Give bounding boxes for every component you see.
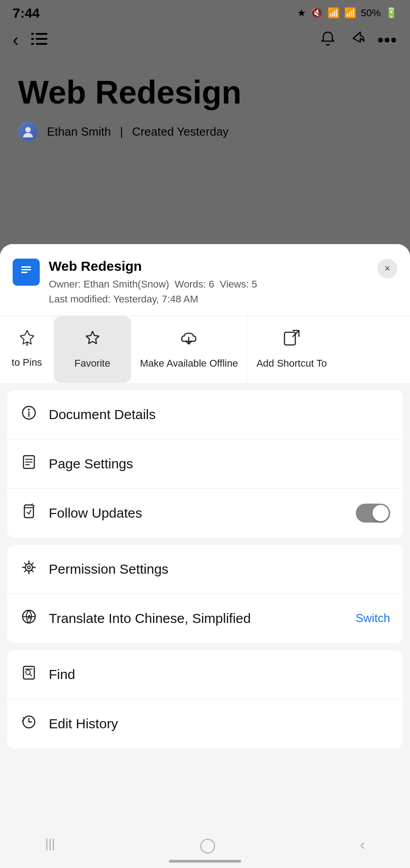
meta-divider: | bbox=[120, 125, 123, 139]
menu-follow-updates[interactable]: Follow Updates bbox=[7, 489, 403, 538]
find-label: Find bbox=[49, 667, 390, 682]
action-shortcut[interactable]: Add Shortcut To bbox=[247, 316, 336, 383]
action-favorite[interactable]: Favorite bbox=[54, 316, 131, 383]
svg-line-39 bbox=[30, 674, 32, 676]
permission-settings-icon bbox=[20, 559, 38, 579]
svg-rect-0 bbox=[36, 33, 47, 35]
recent-apps-button[interactable]: ||| bbox=[45, 836, 55, 854]
svg-rect-13 bbox=[284, 332, 295, 345]
svg-point-17 bbox=[28, 409, 30, 410]
bell-icon[interactable] bbox=[320, 30, 336, 50]
action-pins[interactable]: to Pins bbox=[0, 316, 54, 383]
svg-text:A: A bbox=[27, 613, 32, 621]
favorite-label: Favorite bbox=[75, 357, 110, 370]
signal-icon: 📶 bbox=[344, 7, 356, 19]
avatar bbox=[18, 122, 38, 142]
meta-author: Ethan Smith bbox=[47, 125, 111, 139]
offline-icon bbox=[180, 329, 198, 351]
doc-icon bbox=[19, 262, 34, 283]
svg-line-31 bbox=[32, 570, 33, 572]
shortcut-label: Add Shortcut To bbox=[256, 357, 327, 370]
menu-edit-history[interactable]: Edit History bbox=[7, 699, 403, 748]
menu-section-2: Permission Settings A Translate Into Chi… bbox=[7, 545, 403, 643]
svg-rect-2 bbox=[36, 43, 47, 45]
svg-point-25 bbox=[28, 566, 30, 569]
meta-created: Created Yesterday bbox=[132, 125, 228, 139]
shortcut-icon bbox=[283, 329, 301, 351]
svg-line-33 bbox=[24, 570, 26, 572]
svg-rect-22 bbox=[24, 505, 33, 518]
svg-rect-4 bbox=[31, 38, 34, 40]
toggle-knob bbox=[373, 505, 389, 521]
home-bar bbox=[169, 860, 241, 863]
battery-icon: 🔋 bbox=[385, 7, 397, 19]
status-time: 7:44 bbox=[13, 5, 40, 21]
battery-text: 50% bbox=[361, 7, 381, 19]
menu-translate[interactable]: A Translate Into Chinese, Simplified Swi… bbox=[7, 594, 403, 643]
menu-document-details[interactable]: Document Details bbox=[7, 390, 403, 439]
menu-find[interactable]: Find bbox=[7, 650, 403, 699]
home-button[interactable]: ◯ bbox=[200, 836, 216, 854]
page-settings-icon bbox=[20, 454, 38, 474]
permission-settings-label: Permission Settings bbox=[49, 561, 390, 577]
sheet-title: Web Redesign bbox=[49, 259, 368, 274]
doc-icon-wrapper bbox=[13, 259, 40, 286]
share-icon[interactable] bbox=[349, 30, 365, 50]
svg-rect-5 bbox=[31, 43, 34, 45]
translate-label: Translate Into Chinese, Simplified bbox=[49, 611, 345, 626]
follow-updates-toggle[interactable] bbox=[356, 504, 390, 523]
document-details-label: Document Details bbox=[49, 407, 390, 422]
page-content: Web Redesign Ethan Smith | Created Yeste… bbox=[0, 56, 410, 151]
top-nav: ‹ ••• bbox=[0, 24, 410, 56]
svg-rect-3 bbox=[31, 33, 34, 35]
pins-icon bbox=[19, 329, 36, 350]
menu-section-1: Document Details Page Settings bbox=[7, 390, 403, 538]
svg-point-6 bbox=[25, 127, 31, 132]
offline-label: Make Available Offline bbox=[140, 357, 238, 370]
follow-updates-label: Follow Updates bbox=[49, 505, 345, 521]
svg-rect-1 bbox=[36, 38, 47, 40]
menu-section-3: Find Edit History bbox=[7, 650, 403, 748]
find-icon bbox=[20, 665, 38, 684]
wifi-icon: 📶 bbox=[327, 7, 340, 19]
sheet-meta-owner: Owner: Ethan Smith(Snow) Words: 6 Views:… bbox=[49, 277, 368, 292]
svg-rect-10 bbox=[21, 272, 28, 273]
status-icons: ★ 🔇 📶 📶 50% 🔋 bbox=[297, 7, 397, 19]
mute-icon: 🔇 bbox=[311, 7, 323, 19]
bottom-nav: ||| ◯ ‹ bbox=[0, 836, 410, 854]
bluetooth-icon: ★ bbox=[297, 7, 306, 19]
svg-rect-9 bbox=[21, 269, 31, 270]
list-icon[interactable] bbox=[31, 31, 48, 50]
pins-label: to Pins bbox=[12, 356, 42, 369]
favorite-icon bbox=[84, 329, 102, 351]
status-bar: 7:44 ★ 🔇 📶 📶 50% 🔋 bbox=[0, 0, 410, 24]
action-offline[interactable]: Make Available Offline bbox=[131, 316, 247, 383]
sheet-meta-modified: Last modified: Yesterday, 7:48 AM bbox=[49, 292, 368, 307]
document-details-icon bbox=[20, 405, 38, 425]
translate-icon: A bbox=[20, 609, 38, 628]
page-title: Web Redesign bbox=[18, 74, 392, 111]
page-meta: Ethan Smith | Created Yesterday bbox=[18, 122, 392, 142]
svg-line-30 bbox=[24, 563, 26, 565]
svg-rect-37 bbox=[23, 666, 34, 679]
svg-rect-8 bbox=[21, 266, 31, 268]
edit-history-label: Edit History bbox=[49, 716, 390, 731]
sheet-header-info: Web Redesign Owner: Ethan Smith(Snow) Wo… bbox=[49, 259, 368, 307]
quick-actions: to Pins Favorite Make Available Offline bbox=[0, 316, 410, 383]
close-button[interactable]: × bbox=[377, 259, 397, 278]
menu-permission-settings[interactable]: Permission Settings bbox=[7, 545, 403, 594]
follow-updates-icon bbox=[20, 503, 38, 523]
top-nav-left: ‹ bbox=[13, 30, 48, 50]
page-settings-label: Page Settings bbox=[49, 456, 390, 472]
more-icon[interactable]: ••• bbox=[377, 31, 397, 50]
top-nav-right: ••• bbox=[320, 30, 397, 50]
back-button[interactable]: ‹ bbox=[13, 30, 19, 50]
translate-switch[interactable]: Switch bbox=[355, 611, 390, 625]
bottom-sheet: Web Redesign Owner: Ethan Smith(Snow) Wo… bbox=[0, 244, 410, 868]
svg-line-32 bbox=[32, 563, 33, 565]
back-nav-button[interactable]: ‹ bbox=[360, 836, 365, 854]
svg-rect-7 bbox=[19, 262, 34, 280]
edit-history-icon bbox=[20, 714, 38, 734]
menu-page-settings[interactable]: Page Settings bbox=[7, 439, 403, 489]
sheet-header: Web Redesign Owner: Ethan Smith(Snow) Wo… bbox=[0, 244, 410, 316]
